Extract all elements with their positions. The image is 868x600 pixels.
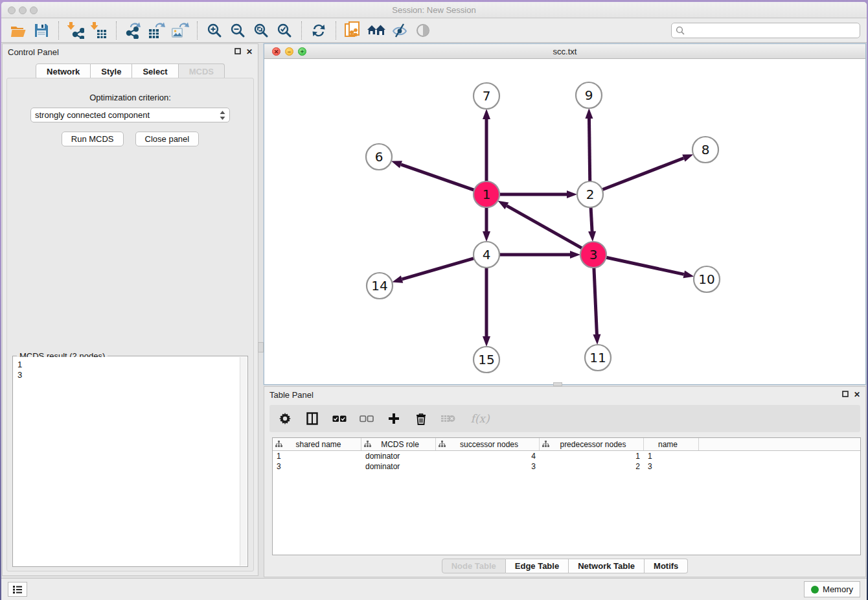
table-toolbar: f(x) <box>269 405 860 432</box>
clone-network-icon[interactable] <box>341 20 365 41</box>
toolbar-separator <box>58 21 59 40</box>
table-row[interactable]: 3dominator323 <box>273 461 860 472</box>
column-header-name[interactable]: name <box>644 438 699 450</box>
export-image-icon[interactable] <box>168 20 192 41</box>
export-table-icon[interactable] <box>145 20 168 41</box>
graph-node-2[interactable]: 2 <box>577 181 603 207</box>
select-all-icon[interactable] <box>332 411 347 426</box>
table-settings-icon[interactable] <box>277 411 293 426</box>
control-panel: Control Panel ✕ NetworkStyleSelectMCDS O… <box>2 43 258 576</box>
optimization-criterion-label: Optimization criterion: <box>7 93 253 102</box>
show-hidden-icon <box>411 20 435 41</box>
tab-edge-table[interactable]: Edge Table <box>506 559 569 573</box>
delete-column-icon[interactable] <box>413 411 429 426</box>
graph-node-15[interactable]: 15 <box>474 347 499 373</box>
tab-network-table[interactable]: Network Table <box>569 559 645 573</box>
graph-node-1[interactable]: 1 <box>474 181 499 207</box>
zoom-out-icon[interactable] <box>226 20 249 41</box>
cell-shared-name: 3 <box>273 462 361 471</box>
cell-MCDS-role: dominator <box>361 462 436 471</box>
memory-status-icon <box>811 586 819 594</box>
run-mcds-button[interactable]: Run MCDS <box>62 132 124 146</box>
network-window-titlebar[interactable]: ✕ − + scc.txt <box>264 44 865 59</box>
graph-node-6[interactable]: 6 <box>366 144 392 170</box>
svg-text:2: 2 <box>586 187 595 202</box>
svg-text:9: 9 <box>585 87 593 103</box>
graph-node-9[interactable]: 9 <box>576 82 602 108</box>
tab-motifs[interactable]: Motifs <box>645 559 688 573</box>
cell-name: 1 <box>644 452 699 461</box>
column-header-shared-name[interactable]: shared name <box>273 438 361 450</box>
edge-3-10[interactable] <box>606 257 684 274</box>
svg-text:7: 7 <box>483 88 491 104</box>
close-table-panel-icon[interactable]: ✕ <box>854 391 860 398</box>
delete-table-icon <box>440 411 456 426</box>
float-table-panel-icon[interactable] <box>842 391 849 398</box>
float-panel-icon[interactable] <box>234 48 241 56</box>
graph-node-11[interactable]: 11 <box>585 345 611 371</box>
open-session-icon[interactable] <box>6 20 30 41</box>
svg-text:4: 4 <box>483 247 491 262</box>
graph-node-4[interactable]: 4 <box>474 242 499 268</box>
zoom-fit-icon[interactable] <box>249 20 273 41</box>
graph-node-8[interactable]: 8 <box>692 137 718 163</box>
edge-3-1[interactable] <box>507 206 582 249</box>
selected-criterion: strongly connected component <box>35 110 220 120</box>
toolbar-separator <box>301 21 302 40</box>
column-header-predecessor-nodes[interactable]: predecessor nodes <box>540 438 644 450</box>
tab-node-table[interactable]: Node Table <box>442 559 506 573</box>
add-column-icon[interactable] <box>386 411 402 426</box>
edge-3-11[interactable] <box>594 268 597 334</box>
graph-node-3[interactable]: 3 <box>580 242 606 268</box>
network-graph[interactable]: 7968124314101511 <box>264 59 865 384</box>
refresh-view-icon[interactable] <box>307 20 330 41</box>
toolbar-separator <box>116 21 117 40</box>
hide-selected-icon[interactable] <box>388 20 411 41</box>
table-panel-title: Table Panel <box>269 390 314 400</box>
toolbar-separator <box>336 21 336 40</box>
zoom-selected-icon[interactable] <box>273 20 296 41</box>
search-icon <box>676 26 685 35</box>
graph-node-10[interactable]: 10 <box>694 266 720 292</box>
search-input[interactable] <box>685 25 860 36</box>
graph-node-7[interactable]: 7 <box>474 83 499 109</box>
svg-text:14: 14 <box>371 278 387 294</box>
table-row[interactable]: 1dominator411 <box>273 451 860 461</box>
zoom-in-icon[interactable] <box>203 20 226 41</box>
edge-4-14[interactable] <box>402 259 474 279</box>
graph-node-14[interactable]: 14 <box>367 273 393 299</box>
import-network-icon[interactable] <box>64 20 87 41</box>
table-body: 1dominator4113dominator323 <box>273 451 860 472</box>
svg-text:8: 8 <box>702 142 710 157</box>
edge-2-3[interactable] <box>591 207 592 231</box>
svg-text:10: 10 <box>698 271 714 287</box>
network-window-title: scc.txt <box>264 47 865 56</box>
column-header-MCDS-role[interactable]: MCDS role <box>361 438 436 450</box>
close-panel-button[interactable]: Close panel <box>135 132 200 146</box>
task-history-button[interactable] <box>8 582 27 597</box>
edge-2-8[interactable] <box>602 158 684 190</box>
column-header-successor-nodes[interactable]: successor nodes <box>436 438 540 450</box>
svg-text:1: 1 <box>483 187 491 202</box>
split-view-icon[interactable] <box>304 411 320 426</box>
close-panel-icon[interactable]: ✕ <box>246 48 253 56</box>
horizontal-split-grip[interactable] <box>258 342 264 352</box>
search-box[interactable] <box>671 23 860 38</box>
result-scrollbar[interactable] <box>240 357 247 566</box>
optimization-criterion-select[interactable]: strongly connected component <box>30 108 230 122</box>
status-bar: Memory <box>1 578 867 600</box>
first-neighbors-icon[interactable] <box>365 20 388 41</box>
table-tabs: Node TableEdge TableNetwork TableMotifs <box>264 559 865 573</box>
network-canvas[interactable]: 7968124314101511 <box>264 59 865 384</box>
svg-text:11: 11 <box>589 350 606 365</box>
edge-2-9[interactable] <box>589 119 589 181</box>
memory-button[interactable]: Memory <box>804 581 860 597</box>
deselect-all-icon[interactable] <box>359 411 374 426</box>
main-toolbar <box>1 19 867 43</box>
edge-1-6[interactable] <box>401 165 474 190</box>
mcds-result-text[interactable]: 1 3 <box>14 357 240 566</box>
save-session-icon[interactable] <box>30 20 53 41</box>
export-network-icon[interactable] <box>122 20 145 41</box>
import-table-icon[interactable] <box>87 20 111 41</box>
cell-successor-nodes: 4 <box>436 452 540 461</box>
